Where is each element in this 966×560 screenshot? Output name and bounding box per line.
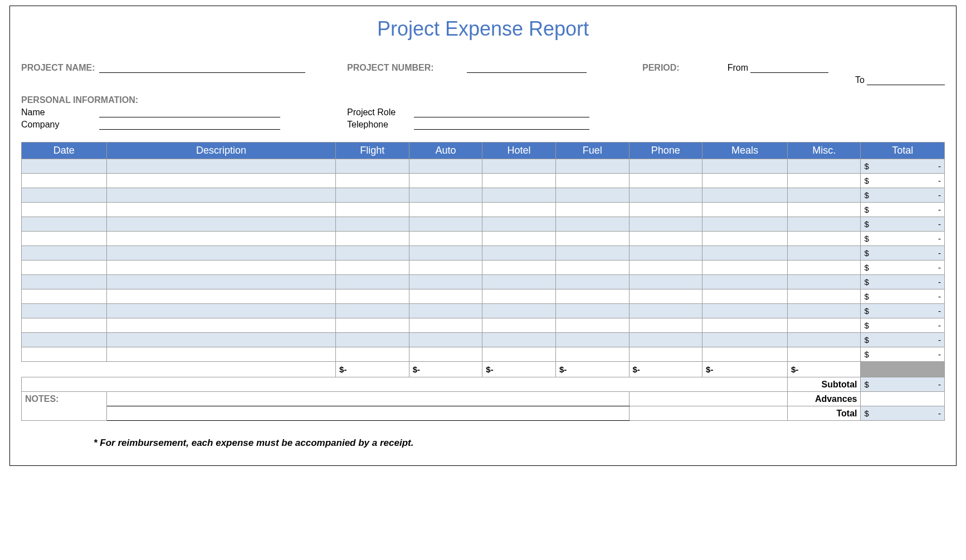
telephone-field[interactable] xyxy=(414,120,589,130)
expense-cell[interactable] xyxy=(409,275,482,289)
expense-cell[interactable] xyxy=(629,333,702,347)
expense-cell[interactable] xyxy=(555,232,629,246)
expense-cell[interactable] xyxy=(787,188,861,203)
expense-cell[interactable] xyxy=(106,159,335,174)
expense-cell[interactable] xyxy=(336,159,409,174)
expense-cell[interactable] xyxy=(409,289,482,304)
expense-cell[interactable] xyxy=(22,232,107,246)
expense-cell[interactable] xyxy=(555,333,629,347)
expense-cell[interactable] xyxy=(555,304,629,318)
expense-cell[interactable] xyxy=(629,347,702,362)
expense-cell[interactable] xyxy=(106,174,335,188)
expense-cell[interactable] xyxy=(482,159,556,174)
expense-cell[interactable] xyxy=(629,261,702,275)
expense-cell[interactable] xyxy=(482,246,556,261)
expense-cell[interactable] xyxy=(409,304,482,318)
expense-cell[interactable] xyxy=(629,246,702,261)
expense-cell[interactable] xyxy=(22,289,107,304)
expense-cell[interactable] xyxy=(336,232,409,246)
expense-cell[interactable] xyxy=(629,188,702,203)
expense-cell[interactable] xyxy=(555,246,629,261)
expense-cell[interactable] xyxy=(409,246,482,261)
expense-cell[interactable] xyxy=(787,318,861,333)
expense-cell[interactable] xyxy=(629,289,702,304)
expense-cell[interactable] xyxy=(22,203,107,217)
expense-cell[interactable] xyxy=(482,289,556,304)
expense-cell[interactable] xyxy=(787,347,861,362)
expense-cell[interactable] xyxy=(409,333,482,347)
company-field[interactable] xyxy=(99,120,280,130)
expense-cell[interactable] xyxy=(629,232,702,246)
expense-cell[interactable] xyxy=(336,217,409,232)
project-number-field[interactable] xyxy=(467,63,587,73)
expense-cell[interactable] xyxy=(482,304,556,318)
expense-cell[interactable] xyxy=(702,347,788,362)
expense-cell[interactable] xyxy=(555,289,629,304)
expense-cell[interactable] xyxy=(702,333,788,347)
notes-line-1[interactable] xyxy=(106,392,629,406)
project-name-field[interactable] xyxy=(99,63,305,73)
expense-cell[interactable] xyxy=(787,289,861,304)
expense-cell[interactable] xyxy=(482,232,556,246)
expense-cell[interactable] xyxy=(629,174,702,188)
expense-cell[interactable] xyxy=(106,188,335,203)
expense-cell[interactable] xyxy=(336,203,409,217)
expense-cell[interactable] xyxy=(106,217,335,232)
expense-cell[interactable] xyxy=(106,333,335,347)
expense-cell[interactable] xyxy=(787,159,861,174)
expense-cell[interactable] xyxy=(555,261,629,275)
expense-cell[interactable] xyxy=(22,217,107,232)
expense-cell[interactable] xyxy=(629,275,702,289)
expense-cell[interactable] xyxy=(702,304,788,318)
expense-cell[interactable] xyxy=(336,333,409,347)
expense-cell[interactable] xyxy=(106,203,335,217)
expense-cell[interactable] xyxy=(787,217,861,232)
expense-cell[interactable] xyxy=(336,174,409,188)
expense-cell[interactable] xyxy=(555,217,629,232)
expense-cell[interactable] xyxy=(22,246,107,261)
expense-cell[interactable] xyxy=(22,174,107,188)
expense-cell[interactable] xyxy=(22,347,107,362)
notes-line-2[interactable] xyxy=(106,406,629,421)
expense-cell[interactable] xyxy=(409,318,482,333)
expense-cell[interactable] xyxy=(555,203,629,217)
period-from-field[interactable] xyxy=(750,63,828,73)
expense-cell[interactable] xyxy=(22,333,107,347)
expense-cell[interactable] xyxy=(409,188,482,203)
expense-cell[interactable] xyxy=(555,188,629,203)
expense-cell[interactable] xyxy=(702,289,788,304)
expense-cell[interactable] xyxy=(336,261,409,275)
period-to-field[interactable] xyxy=(867,75,945,85)
expense-cell[interactable] xyxy=(106,275,335,289)
name-field[interactable] xyxy=(99,107,280,117)
expense-cell[interactable] xyxy=(409,159,482,174)
expense-cell[interactable] xyxy=(22,318,107,333)
expense-cell[interactable] xyxy=(336,304,409,318)
expense-cell[interactable] xyxy=(482,318,556,333)
expense-cell[interactable] xyxy=(787,261,861,275)
expense-cell[interactable] xyxy=(336,318,409,333)
expense-cell[interactable] xyxy=(409,217,482,232)
expense-cell[interactable] xyxy=(555,347,629,362)
expense-cell[interactable] xyxy=(482,203,556,217)
expense-cell[interactable] xyxy=(22,188,107,203)
expense-cell[interactable] xyxy=(409,232,482,246)
expense-cell[interactable] xyxy=(482,217,556,232)
expense-cell[interactable] xyxy=(702,261,788,275)
expense-cell[interactable] xyxy=(106,289,335,304)
expense-cell[interactable] xyxy=(106,347,335,362)
expense-cell[interactable] xyxy=(106,261,335,275)
project-role-field[interactable] xyxy=(414,107,589,117)
expense-cell[interactable] xyxy=(22,304,107,318)
expense-cell[interactable] xyxy=(336,275,409,289)
expense-cell[interactable] xyxy=(22,275,107,289)
expense-cell[interactable] xyxy=(629,304,702,318)
expense-cell[interactable] xyxy=(409,261,482,275)
expense-cell[interactable] xyxy=(787,232,861,246)
expense-cell[interactable] xyxy=(336,246,409,261)
expense-cell[interactable] xyxy=(787,203,861,217)
expense-cell[interactable] xyxy=(409,347,482,362)
expense-cell[interactable] xyxy=(482,275,556,289)
expense-cell[interactable] xyxy=(702,203,788,217)
expense-cell[interactable] xyxy=(702,159,788,174)
